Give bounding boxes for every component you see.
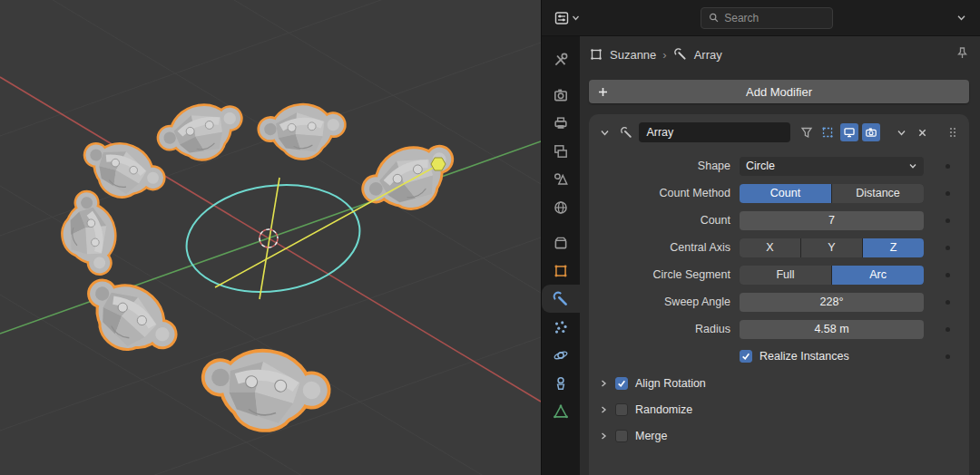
object-icon [589, 47, 603, 62]
tab-constraints[interactable] [542, 369, 580, 397]
animate-dot[interactable] [946, 164, 950, 169]
chevron-down-icon [600, 128, 610, 138]
pin-icon [956, 46, 969, 60]
breadcrumb-separator: › [662, 48, 666, 62]
animate-dot[interactable] [946, 300, 950, 305]
count-method-option-count[interactable]: Count [740, 184, 831, 203]
count-method-option-distance[interactable]: Distance [832, 184, 924, 203]
remove-modifier-button[interactable] [914, 123, 932, 141]
properties-header-bar [542, 0, 980, 36]
breadcrumb-object-name[interactable]: Suzanne [610, 48, 656, 62]
animate-dot[interactable] [946, 218, 950, 223]
modifier-extras-button[interactable] [892, 123, 910, 141]
editor-type-button[interactable] [551, 8, 583, 28]
count-method-label: Count Method [596, 187, 730, 199]
camera-icon [865, 126, 877, 139]
collection-box-icon [553, 235, 569, 251]
realize-instances-checkbox[interactable] [740, 350, 752, 363]
properties-main: Suzanne › Array [580, 36, 980, 475]
tab-world[interactable] [542, 193, 580, 221]
pin-button[interactable] [956, 46, 969, 63]
merge-checkbox[interactable] [615, 430, 628, 442]
tab-object-data[interactable] [542, 397, 580, 425]
shape-value: Circle [746, 160, 775, 172]
align-rotation-checkbox[interactable] [615, 377, 628, 390]
expand-panel-button[interactable] [596, 123, 614, 141]
animate-dot[interactable] [946, 273, 950, 277]
shape-row: Shape Circle [596, 152, 962, 179]
printer-icon [553, 115, 569, 131]
monitor-icon [843, 126, 856, 139]
tab-object[interactable] [542, 257, 580, 285]
search-input[interactable] [724, 12, 825, 24]
search-box[interactable] [701, 7, 833, 29]
chevron-right-icon [599, 405, 608, 414]
viewport-canvas [0, 0, 541, 475]
tab-scene[interactable] [542, 165, 580, 193]
edit-mode-icon [821, 126, 834, 139]
properties-editor: Suzanne › Array [541, 0, 980, 475]
funnel-icon [800, 126, 813, 139]
segment-option-arc[interactable]: Arc [832, 266, 924, 285]
render-camera-icon [553, 87, 569, 103]
animate-dot[interactable] [946, 246, 950, 250]
chevron-down-icon [572, 14, 580, 22]
circle-segment-segmented: Full Arc [740, 266, 924, 285]
modifier-name-field[interactable]: Array [639, 122, 789, 142]
subpanel-randomize[interactable]: Randomize [596, 396, 962, 422]
realtime-display-toggle[interactable] [840, 123, 858, 141]
shape-dropdown[interactable]: Circle [740, 157, 924, 176]
axis-option-y[interactable]: Y [801, 238, 862, 257]
header-menu-button[interactable] [951, 8, 971, 28]
animate-dot[interactable] [946, 354, 950, 359]
circle-segment-row: Circle Segment Full Arc [596, 261, 962, 288]
breadcrumb-modifier-name[interactable]: Array [694, 48, 722, 62]
subpanel-merge[interactable]: Merge [596, 422, 962, 449]
chevron-right-icon [599, 431, 608, 441]
edit-mode-toggle[interactable] [818, 123, 837, 141]
render-display-toggle[interactable] [862, 123, 880, 141]
central-axis-row: Central Axis X Y Z [596, 234, 962, 261]
subpanel-align-rotation[interactable]: Align Rotation [596, 370, 962, 396]
drag-handle[interactable] [944, 123, 962, 141]
segment-option-full[interactable]: Full [740, 266, 831, 285]
tab-modifiers[interactable] [542, 285, 580, 313]
tab-render[interactable] [542, 81, 580, 109]
search-icon [709, 12, 719, 24]
modifier-panel-header: Array [596, 119, 962, 146]
particles-icon [553, 319, 569, 335]
align-rotation-label: Align Rotation [635, 377, 706, 390]
modifier-name-text: Array [646, 126, 673, 139]
viewport-3d[interactable] [0, 0, 541, 475]
animate-dot[interactable] [946, 191, 950, 196]
tab-particles[interactable] [542, 313, 580, 341]
close-icon [917, 128, 927, 138]
tab-physics[interactable] [542, 341, 580, 369]
mesh-data-icon [553, 403, 569, 420]
count-label: Count [596, 214, 730, 227]
sweep-angle-label: Sweep Angle [596, 296, 730, 308]
radius-field[interactable]: 4.58 m [740, 320, 924, 339]
sweep-angle-handle[interactable] [431, 158, 446, 170]
randomize-checkbox[interactable] [615, 403, 628, 416]
tab-tool[interactable] [542, 45, 580, 73]
properties-body: Suzanne › Array [542, 36, 980, 475]
tab-output[interactable] [542, 109, 580, 137]
tab-collection[interactable] [542, 228, 580, 257]
radius-row: Radius 4.58 m [596, 315, 962, 343]
animate-dot[interactable] [946, 327, 950, 332]
tool-icon [553, 52, 569, 68]
count-field[interactable]: 7 [740, 211, 924, 230]
count-method-row: Count Method Count Distance [596, 179, 962, 207]
sweep-angle-field[interactable]: 228° [740, 293, 924, 312]
axis-option-z[interactable]: Z [863, 238, 924, 257]
array-modifier-panel: Array [589, 114, 969, 475]
axis-option-x[interactable]: X [740, 238, 800, 257]
tab-view-layer[interactable] [542, 137, 580, 165]
sweep-angle-value: 228° [820, 296, 844, 308]
realize-instances-row: Realize Instances [596, 343, 962, 370]
add-modifier-button[interactable]: Add Modifier [589, 80, 969, 103]
on-cage-toggle[interactable] [798, 123, 816, 141]
central-axis-segmented: X Y Z [740, 238, 924, 257]
modifier-icon [673, 47, 688, 62]
